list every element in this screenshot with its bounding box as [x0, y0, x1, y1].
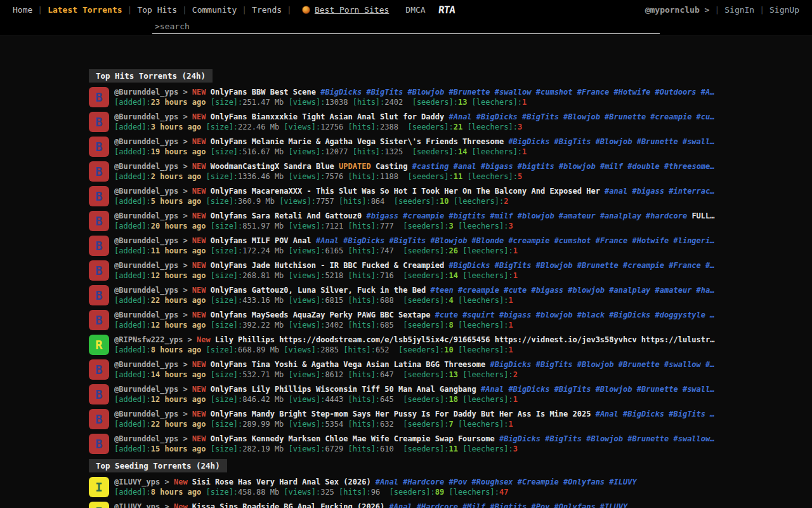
user-avatar[interactable]: R: [89, 335, 109, 355]
row-username[interactable]: @Burunddel_yps: [114, 311, 178, 319]
torrent-title[interactable]: OnlyFans Gattouz0, Luna Silver, Fuck in …: [211, 286, 426, 295]
torrent-text: @RIPNsfw222_yps > New Lily Phillips http…: [114, 335, 726, 355]
seeders-value: 7: [449, 420, 453, 429]
nav-item-home[interactable]: Home: [8, 5, 37, 15]
row-username[interactable]: @Burunddel_yps: [114, 236, 178, 245]
row-username[interactable]: @Burunddel_yps: [114, 434, 178, 443]
torrent-title[interactable]: OnlyFans Tina Yoshi & Agatha Vega Asian …: [211, 360, 485, 369]
row-username[interactable]: @RIPNsfw222_yps: [114, 335, 183, 344]
new-badge: NEW: [192, 360, 206, 369]
row-username[interactable]: @Burunddel_yps: [114, 187, 178, 196]
torrent-tags[interactable]: #anal #bigass #interrac…: [605, 187, 714, 196]
seeders-value: 4: [449, 296, 453, 305]
row-username[interactable]: @Burunddel_yps: [114, 137, 178, 146]
torrent-title[interactable]: Sisi Rose Has Very Hard Anal Sex (2026): [192, 478, 371, 486]
username-separator: >: [178, 88, 192, 97]
torrent-title[interactable]: OnlyFans Lily Phillips Wisconsin Tiff 50…: [211, 385, 476, 394]
torrent-title[interactable]: OnlyFans MacarenaXXX - This Slut Was So …: [211, 187, 600, 196]
row-username[interactable]: @ILUVY_yps: [114, 502, 160, 508]
user-avatar[interactable]: B: [89, 434, 109, 454]
nav-item-top-hits[interactable]: Top Hits: [132, 5, 182, 15]
torrent-title[interactable]: OnlyFans Melanie Marie & Agatha Vega Sis…: [211, 137, 504, 146]
signin-link[interactable]: SignIn: [719, 5, 759, 15]
added-label: [added]:: [114, 321, 151, 330]
user-avatar[interactable]: B: [89, 211, 109, 231]
account-link[interactable]: @mypornclub >: [640, 5, 715, 15]
torrent-title[interactable]: OnlyFans BBW Best Scene: [211, 88, 316, 97]
torrent-row: I@ILUVY_yps > New Sisi Rose Has Very Har…: [89, 477, 726, 497]
user-avatar[interactable]: I: [89, 502, 109, 508]
nav-item-latest-torrents[interactable]: Latest Torrents: [43, 5, 127, 15]
divider: |: [287, 5, 292, 15]
torrent-title[interactable]: OnlyFans Mandy Bright Step-mom Says Her …: [211, 410, 591, 418]
row-username[interactable]: @Burunddel_yps: [114, 88, 178, 97]
search-input[interactable]: [152, 20, 660, 34]
torrent-title[interactable]: OnlyFans Kennedy Marksen Chloe Mae Wife …: [211, 434, 495, 443]
nav-item-community[interactable]: Community: [187, 5, 242, 15]
user-avatar[interactable]: B: [89, 87, 109, 107]
torrent-tags[interactable]: #BigDicks #BigTits #Blowjob #Brunette #s…: [490, 360, 714, 369]
torrent-title-line: @Burunddel_yps > NEW OnlyFans BBW Best S…: [114, 87, 726, 97]
torrent-title[interactable]: Lily Phillips https://doodstream.com/e/l…: [215, 335, 714, 344]
row-username[interactable]: @Burunddel_yps: [114, 360, 178, 369]
torrent-title[interactable]: WoodmanCastingX Sandra Blue: [211, 162, 334, 171]
seeders-label: [seeders]:: [412, 147, 458, 156]
torrent-tags[interactable]: #Anal #BigDicks #BigTits …: [596, 410, 715, 418]
dmca-link[interactable]: DMCA: [405, 5, 425, 15]
user-avatar[interactable]: B: [89, 359, 109, 380]
user-avatar[interactable]: I: [89, 477, 109, 497]
torrent-title[interactable]: Onlyfans MaySeeds AquaZay Perky PAWG BBC…: [211, 311, 431, 319]
user-avatar[interactable]: B: [89, 310, 109, 330]
torrent-text: @Burunddel_yps > NEW OnlyFans BBW Best S…: [114, 87, 726, 107]
row-username[interactable]: @Burunddel_yps: [114, 162, 178, 171]
nav-item-trends[interactable]: Trends: [247, 5, 287, 15]
user-avatar[interactable]: B: [89, 260, 109, 281]
added-label: [added]:: [114, 172, 151, 181]
row-username[interactable]: @ILUVY_yps: [114, 478, 160, 486]
torrent-tags[interactable]: #Anal #Hardcore #Pov #Roughsex #Creampie…: [376, 478, 637, 486]
seeders-value: 13: [458, 98, 467, 107]
torrent-tags[interactable]: #casting #anal #bigass #bigtits #blowjob…: [412, 162, 715, 171]
row-username[interactable]: @Burunddel_yps: [114, 286, 178, 295]
row-username[interactable]: @Burunddel_yps: [114, 211, 178, 220]
row-username[interactable]: @Burunddel_yps: [114, 410, 178, 418]
hits-value: 1188: [380, 172, 398, 181]
added-value: 11 hours ago: [151, 246, 206, 255]
torrent-title-continued[interactable]: Casting: [376, 162, 408, 171]
signup-link[interactable]: SignUp: [764, 5, 804, 15]
torrent-title[interactable]: Onlyfans MILF POV Anal: [211, 236, 311, 245]
user-avatar[interactable]: B: [89, 384, 109, 404]
torrent-title[interactable]: Kissa Sins Roadside BG Anal Fucking (202…: [192, 502, 384, 508]
best-porn-sites-link[interactable]: Best Porn Sites: [315, 5, 389, 15]
torrent-tags[interactable]: #BigDicks #BigTits #Blowjob #Brunette #s…: [320, 88, 714, 97]
seeders-label: [seeders]:: [412, 98, 458, 107]
user-avatar[interactable]: B: [89, 236, 109, 256]
torrent-title[interactable]: OnlyFans Jade Hutchison - IR BBC Fucked …: [211, 261, 444, 270]
user-avatar[interactable]: B: [89, 161, 109, 182]
torrent-tags[interactable]: #BigDicks #BigTits #Blowjob #Brunette #c…: [449, 261, 714, 270]
torrent-tags[interactable]: #BigDicks #BigTits #Blowjob #Brunette #s…: [499, 434, 715, 443]
torrent-tags[interactable]: #teen #creampie #cute #bigass #blowjob #…: [431, 286, 715, 295]
user-avatar[interactable]: B: [89, 186, 109, 206]
row-username[interactable]: @Burunddel_yps: [114, 385, 178, 394]
torrent-tags[interactable]: #Anal #BigDicks #BigTits #Blowjob #Brune…: [481, 385, 714, 394]
row-username[interactable]: @Burunddel_yps: [114, 261, 178, 270]
row-username[interactable]: @Burunddel_yps: [114, 112, 178, 121]
torrent-tags[interactable]: #Anal #Hardcore #Milf #Bigtits #Pov #Onl…: [390, 502, 628, 508]
torrent-tags[interactable]: #BigDicks #BigTits #Blowjob #Brunette #s…: [508, 137, 714, 146]
user-avatar[interactable]: B: [89, 409, 109, 429]
best-porn-sites-promo[interactable]: Best Porn Sites: [302, 5, 389, 15]
torrent-title-line: @Burunddel_yps > NEW OnlyFans Kennedy Ma…: [114, 434, 726, 444]
search-bar-row: [0, 19, 812, 36]
torrent-tags[interactable]: #Anal #BigDicks #BigTits #Blowjob #Blond…: [316, 236, 715, 245]
torrent-title[interactable]: Onlyfans Sara Retali And Gattouz0: [211, 211, 362, 220]
torrent-tags[interactable]: #Anal #BigDicks #BigTits #Blowjob #Brune…: [449, 112, 714, 121]
user-avatar[interactable]: B: [89, 285, 109, 305]
user-avatar[interactable]: B: [89, 137, 109, 157]
hits-label: [hits]:: [348, 370, 381, 379]
torrent-tags[interactable]: #bigass #creampie #bigtits #milf #blowjo…: [366, 211, 687, 220]
user-avatar[interactable]: B: [89, 112, 109, 132]
torrent-title[interactable]: OnlyFans Bianxxxkie Tight Asian Anal Slu…: [211, 112, 444, 121]
torrent-tags[interactable]: #cute #squirt #bigass #blowjob #black #B…: [435, 311, 715, 319]
hits-value: 1325: [384, 147, 403, 156]
